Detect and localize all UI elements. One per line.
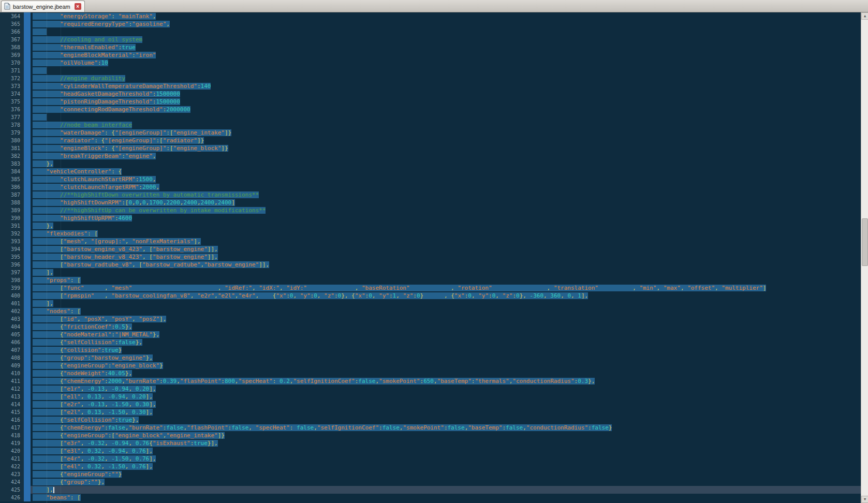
bookmark-margin[interactable]: [24, 346, 31, 354]
code-line[interactable]: 377: [0, 113, 861, 121]
code-line[interactable]: 392 "flexbodies": [: [0, 230, 861, 238]
bookmark-margin[interactable]: [24, 144, 31, 152]
tab-close-icon[interactable]: ×: [75, 3, 81, 10]
bookmark-margin[interactable]: [24, 408, 31, 416]
bookmark-margin[interactable]: [24, 362, 31, 369]
bookmark-margin[interactable]: [24, 121, 31, 129]
code-line[interactable]: 415 ["e2l", 0.13, -1.50, 0.30],: [0, 408, 861, 416]
code-line[interactable]: 412 ["e1r", -0.13, -0.94, 0.20],: [0, 385, 861, 393]
code-line[interactable]: 402 "nodes": [: [0, 307, 861, 315]
bookmark-margin[interactable]: [24, 206, 31, 214]
code-line[interactable]: 380 "radiator": {"[engineGroup]":["radia…: [0, 137, 861, 144]
code-line[interactable]: 404 {"frictionCoef":0.5},: [0, 323, 861, 331]
bookmark-margin[interactable]: [24, 82, 31, 90]
code-line[interactable]: 389 //**highShiftUp can be overwritten b…: [0, 206, 861, 214]
bookmark-margin[interactable]: [24, 59, 31, 67]
code-line[interactable]: 379 "waterDamage": {"[engineGroup]":["en…: [0, 129, 861, 137]
code-line[interactable]: 374 "headGasketDamageThreshold":1500000: [0, 90, 861, 98]
bookmark-margin[interactable]: [24, 323, 31, 331]
bookmark-margin[interactable]: [24, 478, 31, 486]
bookmark-margin[interactable]: [24, 432, 31, 439]
code-line[interactable]: 384 "vehicleController": {: [0, 168, 861, 175]
code-line[interactable]: 423 {"engineGroup":""}: [0, 470, 861, 478]
bookmark-margin[interactable]: [24, 129, 31, 137]
code-line[interactable]: 425 ],: [0, 486, 861, 494]
bookmark-margin[interactable]: [24, 199, 31, 206]
code-line[interactable]: 403 ["id", "posX", "posY", "posZ"],: [0, 315, 861, 323]
code-line[interactable]: 366: [0, 28, 861, 36]
bookmark-margin[interactable]: [24, 113, 31, 121]
bookmark-margin[interactable]: [24, 51, 31, 59]
code-line[interactable]: 393 ["mesh", "[group]:", "nonFlexMateria…: [0, 238, 861, 245]
code-line[interactable]: 368 "thermalsEnabled":true: [0, 43, 861, 51]
bookmark-margin[interactable]: [24, 261, 31, 269]
bookmark-margin[interactable]: [24, 75, 31, 82]
code-line[interactable]: 378 //node beam interface: [0, 121, 861, 129]
bookmark-margin[interactable]: [24, 106, 31, 113]
bookmark-margin[interactable]: [24, 222, 31, 230]
bookmark-margin[interactable]: [24, 245, 31, 253]
code-line[interactable]: 383 },: [0, 160, 861, 168]
vertical-scrollbar[interactable]: ▲ ▼: [861, 12, 868, 503]
code-line[interactable]: 422 ["e4l", 0.32, -1.50, 0.76],: [0, 463, 861, 470]
bookmark-margin[interactable]: [24, 307, 31, 315]
bookmark-margin[interactable]: [24, 393, 31, 401]
code-line[interactable]: 417 {"chemEnergy":false,"burnRate":false…: [0, 424, 861, 432]
bookmark-margin[interactable]: [24, 486, 31, 494]
bookmark-margin[interactable]: [24, 175, 31, 183]
code-line[interactable]: 396 ["barstow_radtube_v8", ["barstow_rad…: [0, 261, 861, 269]
bookmark-margin[interactable]: [24, 98, 31, 106]
bookmark-margin[interactable]: [24, 424, 31, 432]
bookmark-margin[interactable]: [24, 230, 31, 238]
bookmark-margin[interactable]: [24, 90, 31, 98]
bookmark-margin[interactable]: [24, 385, 31, 393]
code-line[interactable]: 426 "beams": [: [0, 494, 861, 501]
bookmark-margin[interactable]: [24, 447, 31, 455]
bookmark-margin[interactable]: [24, 160, 31, 168]
bookmark-margin[interactable]: [24, 253, 31, 261]
code-line[interactable]: 398 "props": [: [0, 276, 861, 284]
code-line[interactable]: 397 ],: [0, 269, 861, 276]
bookmark-margin[interactable]: [24, 455, 31, 463]
code-line[interactable]: 400 ["rpmspin" , "barstow_coolingfan_v8"…: [0, 292, 861, 300]
code-line[interactable]: 390 "highShiftUpRPM":4600: [0, 214, 861, 222]
code-line[interactable]: 424 {"group":""},: [0, 478, 861, 486]
bookmark-margin[interactable]: [24, 369, 31, 377]
bookmark-margin[interactable]: [24, 331, 31, 338]
bookmark-margin[interactable]: [24, 214, 31, 222]
code-line[interactable]: 364 "energyStorage": "mainTank",: [0, 12, 861, 20]
code-line[interactable]: 405 {"nodeMaterial":"|NM_METAL"},: [0, 331, 861, 338]
bookmark-margin[interactable]: [24, 20, 31, 28]
code-line[interactable]: 365 "requiredEnergyType":"gasoline",: [0, 20, 861, 28]
bookmark-margin[interactable]: [24, 191, 31, 199]
code-line[interactable]: 382 "breakTriggerBeam":"engine",: [0, 152, 861, 160]
bookmark-margin[interactable]: [24, 168, 31, 175]
code-line[interactable]: 420 ["e3l", 0.32, -0.94, 0.76],: [0, 447, 861, 455]
code-line[interactable]: 386 "clutchLaunchTargetRPM":2000,: [0, 183, 861, 191]
bookmark-margin[interactable]: [24, 28, 31, 36]
bookmark-margin[interactable]: [24, 67, 31, 75]
code-line[interactable]: 370 "oilVolume":10: [0, 59, 861, 67]
code-line[interactable]: 372 //engine durability: [0, 75, 861, 82]
bookmark-margin[interactable]: [24, 43, 31, 51]
bookmark-margin[interactable]: [24, 470, 31, 478]
code-editor[interactable]: 364 "energyStorage": "mainTank",365 "req…: [0, 12, 861, 503]
code-line[interactable]: 395 ["barstow_header_v8_423", ["barstow_…: [0, 253, 861, 261]
bookmark-margin[interactable]: [24, 276, 31, 284]
code-line[interactable]: 399 ["func" , "mesh" , "idRef:", "idX:",…: [0, 284, 861, 292]
code-line[interactable]: 371: [0, 67, 861, 75]
bookmark-margin[interactable]: [24, 137, 31, 144]
code-line[interactable]: 419 ["e3r", -0.32, -0.94, 0.76{"isExhaus…: [0, 439, 861, 447]
bookmark-margin[interactable]: [24, 416, 31, 424]
bookmark-margin[interactable]: [24, 238, 31, 245]
code-line[interactable]: 401 ],: [0, 300, 861, 307]
code-line[interactable]: 391 },: [0, 222, 861, 230]
code-line[interactable]: 376 "connectingRodDamageThreshold":20000…: [0, 106, 861, 113]
code-line[interactable]: 408 {"group":"barstow_engine"},: [0, 354, 861, 362]
code-line[interactable]: 385 "clutchLaunchStartRPM":1500,: [0, 175, 861, 183]
bookmark-margin[interactable]: [24, 284, 31, 292]
bookmark-margin[interactable]: [24, 183, 31, 191]
code-line[interactable]: 413 ["e1l", 0.13, -0.94, 0.20],: [0, 393, 861, 401]
code-line[interactable]: 418 {"engineGroup":["engine_block","engi…: [0, 432, 861, 439]
code-line[interactable]: 367 //cooling and oil system: [0, 36, 861, 43]
